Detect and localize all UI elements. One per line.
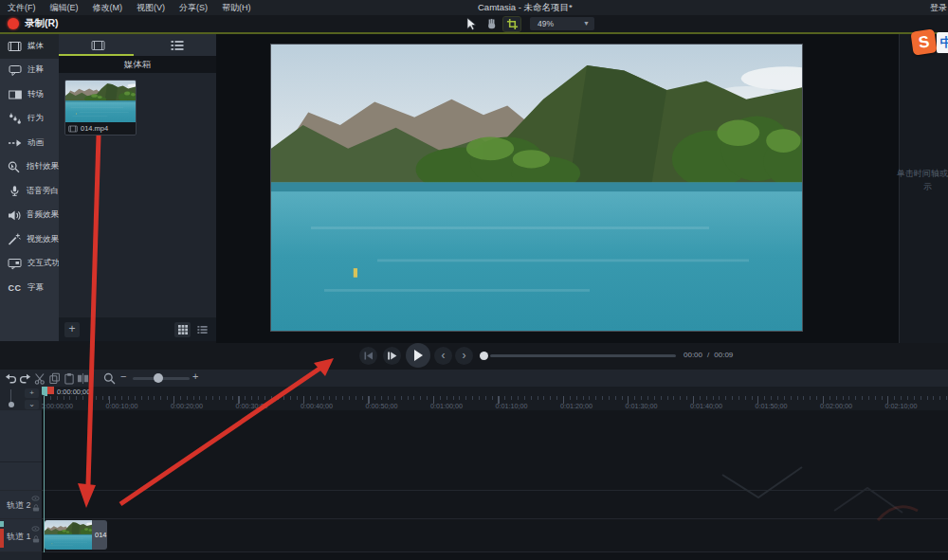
prev-icon[interactable]: ‹ bbox=[434, 347, 452, 365]
sidebar-item-10[interactable]: CC字幕 bbox=[0, 276, 59, 300]
tab-clip-list[interactable] bbox=[137, 34, 216, 56]
menu-item-4[interactable]: 分享(S) bbox=[179, 2, 208, 14]
timeline-toolbar: − + bbox=[0, 370, 948, 387]
sidebar-item-7[interactable]: 音频效果 bbox=[0, 204, 59, 228]
sidebar-item-label: 视觉效果 bbox=[27, 234, 59, 245]
track-2-visibility-eye-icon[interactable] bbox=[31, 496, 40, 501]
track-edge-marker-red bbox=[0, 529, 4, 548]
zoom-timeline-icon[interactable] bbox=[102, 371, 117, 385]
timeline-clip-thumbnail bbox=[45, 520, 92, 550]
ruler-label-5: 0:00:50;00 bbox=[366, 402, 398, 410]
select-cursor-icon[interactable] bbox=[462, 17, 479, 31]
sidebar-item-5[interactable]: 指针效果 bbox=[0, 155, 59, 180]
redo-icon[interactable] bbox=[18, 371, 32, 385]
microphone-icon bbox=[8, 185, 21, 197]
sidebar-item-label: 转场 bbox=[27, 89, 44, 100]
media-clip-label: 014.mp4 bbox=[65, 122, 136, 135]
undo-icon[interactable] bbox=[4, 371, 18, 385]
sidebar-item-4[interactable]: 动画 bbox=[0, 131, 59, 155]
cursor-effects-icon bbox=[8, 161, 21, 173]
crop-icon[interactable] bbox=[503, 17, 520, 31]
scrubber-handle[interactable] bbox=[480, 352, 488, 360]
film-icon bbox=[8, 41, 22, 52]
menu-item-0[interactable]: 文件(F) bbox=[8, 2, 36, 14]
track-1-lock-icon[interactable] bbox=[32, 535, 40, 543]
ruler-label-11: 0:01:50;00 bbox=[756, 402, 788, 410]
media-tabbar bbox=[59, 34, 216, 56]
timeline-bottom-strip bbox=[0, 552, 948, 560]
menu-bar: 文件(F)编辑(E)修改(M)视图(V)分享(S)帮助(H) Camtasia … bbox=[0, 0, 948, 15]
zoom-dropdown[interactable]: 49% ▼ bbox=[530, 17, 594, 30]
pan-hand-icon[interactable] bbox=[483, 17, 500, 31]
watermark-s: S bbox=[910, 28, 937, 55]
list-view-icon[interactable] bbox=[194, 322, 210, 337]
step-back-icon[interactable] bbox=[359, 347, 377, 365]
timeline-zoom-handle[interactable] bbox=[154, 373, 163, 383]
chevron-down-icon: ▼ bbox=[583, 17, 590, 30]
track-edge-marker-teal bbox=[0, 521, 4, 527]
timeline-ruler[interactable]: 0:00:00;000:00:10;000:00:20;000:00:30;00… bbox=[0, 396, 948, 411]
login-link[interactable]: 登录 bbox=[930, 0, 947, 15]
copy-icon[interactable] bbox=[47, 371, 62, 385]
track-scale-handle[interactable] bbox=[9, 402, 14, 407]
sidebar-item-label: 媒体 bbox=[27, 41, 44, 52]
time-display: 00:00 / 00:09 bbox=[684, 351, 733, 359]
magic-wand-icon bbox=[8, 233, 21, 245]
properties-strip: 单击时间轴或 示 bbox=[899, 34, 948, 343]
menu-item-2[interactable]: 修改(M) bbox=[93, 2, 123, 14]
menu-item-1[interactable]: 编辑(E) bbox=[50, 2, 79, 14]
time-current: 00:00 bbox=[684, 351, 702, 359]
captions-cc-icon: CC bbox=[8, 283, 22, 293]
playback-bar: ‹ › 00:00 / 00:09 bbox=[0, 343, 948, 370]
canvas-area[interactable] bbox=[216, 34, 899, 343]
zoom-in-button[interactable]: + bbox=[192, 370, 198, 382]
ruler-label-10: 0:01:40;00 bbox=[690, 402, 722, 410]
tab-media-thumbnails[interactable] bbox=[59, 34, 137, 56]
zoom-value: 49% bbox=[538, 19, 554, 28]
playhead-time: 0:00:00;00 bbox=[57, 388, 90, 396]
track-2-lock-icon[interactable] bbox=[32, 504, 40, 512]
sidebar-item-6[interactable]: 语音旁白 bbox=[0, 179, 59, 204]
track-1-label: 轨道 1 bbox=[7, 531, 31, 543]
record-button[interactable]: 录制(R) bbox=[8, 17, 59, 30]
sidebar: 媒体注释转场行为动画指针效果语音旁白音频效果视觉效果交互式功能CC字幕 bbox=[0, 34, 59, 341]
menu-item-5[interactable]: 帮助(H) bbox=[222, 2, 251, 14]
next-icon[interactable]: › bbox=[455, 347, 473, 365]
canvas-tools: 49% ▼ bbox=[462, 16, 594, 31]
split-icon[interactable] bbox=[76, 371, 90, 385]
step-forward-icon[interactable] bbox=[383, 347, 401, 365]
cut-scissors-icon[interactable] bbox=[33, 371, 47, 385]
collapse-tracks-icon[interactable]: ⌄ bbox=[25, 400, 39, 409]
sidebar-item-9[interactable]: 交互式功能 bbox=[0, 252, 59, 277]
add-media-button[interactable]: + bbox=[64, 322, 80, 337]
playhead-line[interactable] bbox=[44, 396, 46, 552]
callout-icon bbox=[8, 64, 22, 77]
play-button[interactable] bbox=[406, 343, 430, 368]
video-preview[interactable] bbox=[270, 44, 803, 332]
camtasia-window: 文件(F)编辑(E)修改(M)视图(V)分享(S)帮助(H) Camtasia … bbox=[0, 0, 948, 560]
grid-view-icon[interactable] bbox=[174, 322, 191, 337]
sidebar-item-1[interactable]: 注释 bbox=[0, 59, 59, 83]
zoom-out-button[interactable]: − bbox=[120, 370, 126, 382]
ruler-label-6: 0:01:00;00 bbox=[430, 402, 463, 410]
media-bin-footer: + bbox=[59, 317, 216, 341]
timeline-clip-014[interactable]: 014 bbox=[45, 520, 107, 550]
track-area[interactable]: 轨道 2 轨道 1 014 bbox=[0, 410, 948, 552]
sidebar-item-2[interactable]: 转场 bbox=[0, 82, 59, 107]
paste-icon[interactable] bbox=[62, 371, 76, 385]
menu-items: 文件(F)编辑(E)修改(M)视图(V)分享(S)帮助(H) bbox=[8, 0, 251, 15]
media-clip-thumbnail bbox=[65, 81, 136, 122]
record-label: 录制(R) bbox=[25, 17, 59, 30]
sidebar-item-label: 行为 bbox=[27, 113, 44, 124]
media-bin: 014.mp4 bbox=[59, 73, 216, 317]
sidebar-item-3[interactable]: 行为 bbox=[0, 107, 59, 132]
menu-item-3[interactable]: 视图(V) bbox=[137, 2, 165, 14]
track-1-visibility-eye-icon[interactable] bbox=[31, 526, 40, 532]
ruler-label-9: 0:01:30;00 bbox=[626, 402, 658, 410]
sidebar-item-label: 指针效果 bbox=[27, 161, 59, 172]
media-clip-card[interactable]: 014.mp4 bbox=[64, 80, 137, 135]
scrubber-track[interactable] bbox=[490, 354, 676, 357]
sidebar-item-8[interactable]: 视觉效果 bbox=[0, 227, 59, 252]
sidebar-item-0[interactable]: 媒体 bbox=[0, 34, 59, 59]
add-track-button[interactable]: + bbox=[25, 388, 39, 398]
